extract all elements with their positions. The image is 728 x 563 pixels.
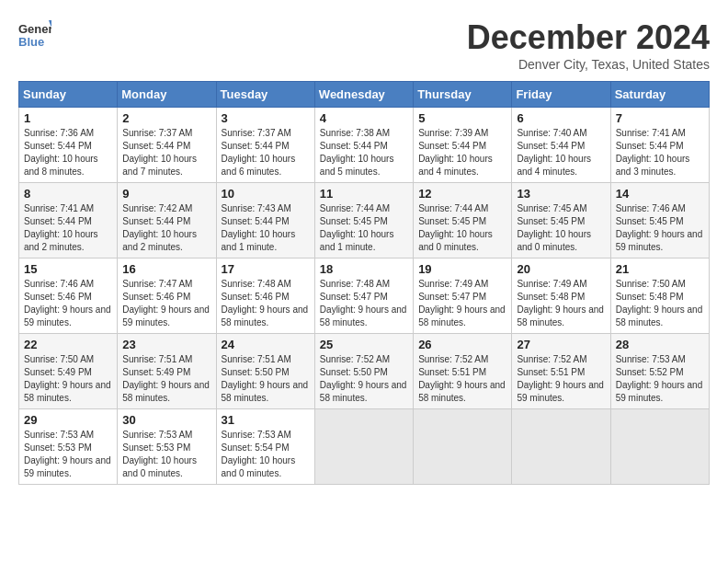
day-cell-22: 22 Sunrise: 7:50 AMSunset: 5:49 PMDaylig…	[19, 334, 118, 409]
day-info: Sunrise: 7:53 AMSunset: 5:54 PMDaylight:…	[222, 430, 296, 478]
header-cell-monday: Monday	[118, 82, 216, 108]
week-row-2: 8 Sunrise: 7:41 AMSunset: 5:44 PMDayligh…	[19, 183, 710, 259]
day-info: Sunrise: 7:50 AMSunset: 5:48 PMDaylight:…	[616, 279, 703, 327]
header-cell-tuesday: Tuesday	[216, 82, 314, 108]
day-number: 15	[24, 262, 112, 276]
day-number: 5	[418, 111, 506, 125]
header-cell-thursday: Thursday	[414, 82, 512, 108]
day-info: Sunrise: 7:49 AMSunset: 5:48 PMDaylight:…	[517, 279, 604, 327]
week-row-5: 29 Sunrise: 7:53 AMSunset: 5:53 PMDaylig…	[19, 409, 710, 485]
day-info: Sunrise: 7:46 AMSunset: 5:46 PMDaylight:…	[24, 279, 111, 327]
day-cell-16: 16 Sunrise: 7:47 AMSunset: 5:46 PMDaylig…	[118, 259, 216, 334]
day-number: 7	[616, 111, 704, 125]
day-info: Sunrise: 7:48 AMSunset: 5:46 PMDaylight:…	[222, 279, 309, 327]
day-number: 3	[222, 111, 310, 125]
day-number: 21	[616, 262, 704, 276]
day-number: 4	[320, 111, 408, 125]
day-info: Sunrise: 7:52 AMSunset: 5:50 PMDaylight:…	[320, 354, 407, 403]
day-info: Sunrise: 7:48 AMSunset: 5:47 PMDaylight:…	[320, 279, 407, 327]
page-container: General Blue December 2024 Denver City, …	[18, 18, 710, 485]
title-area: December 2024 Denver City, Texas, United…	[467, 18, 710, 72]
day-cell-19: 19 Sunrise: 7:49 AMSunset: 5:47 PMDaylig…	[414, 259, 512, 334]
empty-cell	[414, 409, 512, 485]
day-cell-17: 17 Sunrise: 7:48 AMSunset: 5:46 PMDaylig…	[216, 259, 314, 334]
day-cell-3: 3 Sunrise: 7:37 AMSunset: 5:44 PMDayligh…	[216, 108, 314, 183]
day-info: Sunrise: 7:37 AMSunset: 5:44 PMDaylight:…	[222, 128, 296, 177]
day-number: 20	[517, 262, 605, 276]
day-info: Sunrise: 7:53 AMSunset: 5:53 PMDaylight:…	[24, 430, 111, 478]
day-info: Sunrise: 7:47 AMSunset: 5:46 PMDaylight:…	[122, 279, 210, 327]
day-number: 25	[320, 338, 408, 351]
day-cell-5: 5 Sunrise: 7:39 AMSunset: 5:44 PMDayligh…	[414, 108, 512, 183]
day-info: Sunrise: 7:50 AMSunset: 5:49 PMDaylight:…	[24, 354, 111, 403]
day-number: 6	[517, 111, 605, 125]
day-info: Sunrise: 7:53 AMSunset: 5:52 PMDaylight:…	[616, 354, 703, 403]
day-info: Sunrise: 7:49 AMSunset: 5:47 PMDaylight:…	[418, 279, 506, 327]
day-cell-25: 25 Sunrise: 7:52 AMSunset: 5:50 PMDaylig…	[314, 334, 413, 409]
day-number: 9	[122, 187, 210, 201]
day-info: Sunrise: 7:43 AMSunset: 5:44 PMDaylight:…	[222, 203, 296, 252]
header-cell-sunday: Sunday	[19, 82, 118, 108]
day-info: Sunrise: 7:51 AMSunset: 5:49 PMDaylight:…	[122, 354, 210, 403]
empty-cell	[610, 409, 709, 485]
day-cell-21: 21 Sunrise: 7:50 AMSunset: 5:48 PMDaylig…	[610, 259, 709, 334]
day-number: 23	[122, 338, 210, 351]
day-info: Sunrise: 7:42 AMSunset: 5:44 PMDaylight:…	[122, 203, 197, 252]
day-cell-7: 7 Sunrise: 7:41 AMSunset: 5:44 PMDayligh…	[610, 108, 709, 183]
day-number: 1	[24, 111, 112, 125]
day-number: 10	[222, 187, 310, 201]
day-cell-29: 29 Sunrise: 7:53 AMSunset: 5:53 PMDaylig…	[19, 409, 118, 485]
week-row-4: 22 Sunrise: 7:50 AMSunset: 5:49 PMDaylig…	[19, 334, 710, 409]
empty-cell	[512, 409, 610, 485]
day-info: Sunrise: 7:39 AMSunset: 5:44 PMDaylight:…	[418, 128, 493, 177]
day-cell-14: 14 Sunrise: 7:46 AMSunset: 5:45 PMDaylig…	[610, 183, 709, 259]
location: Denver City, Texas, United States	[467, 57, 710, 72]
day-number: 8	[24, 187, 112, 201]
day-cell-12: 12 Sunrise: 7:44 AMSunset: 5:45 PMDaylig…	[414, 183, 512, 259]
day-number: 11	[320, 187, 408, 201]
day-number: 19	[418, 262, 506, 276]
header-cell-saturday: Saturday	[610, 82, 709, 108]
week-row-3: 15 Sunrise: 7:46 AMSunset: 5:46 PMDaylig…	[19, 259, 710, 334]
day-info: Sunrise: 7:40 AMSunset: 5:44 PMDaylight:…	[517, 128, 591, 177]
day-cell-20: 20 Sunrise: 7:49 AMSunset: 5:48 PMDaylig…	[512, 259, 610, 334]
day-cell-27: 27 Sunrise: 7:52 AMSunset: 5:51 PMDaylig…	[512, 334, 610, 409]
day-number: 12	[418, 187, 506, 201]
month-title: December 2024	[467, 18, 710, 57]
day-info: Sunrise: 7:46 AMSunset: 5:45 PMDaylight:…	[616, 203, 703, 252]
header-cell-wednesday: Wednesday	[314, 82, 413, 108]
day-number: 2	[122, 111, 210, 125]
day-cell-28: 28 Sunrise: 7:53 AMSunset: 5:52 PMDaylig…	[610, 334, 709, 409]
day-cell-1: 1 Sunrise: 7:36 AMSunset: 5:44 PMDayligh…	[19, 108, 118, 183]
day-cell-9: 9 Sunrise: 7:42 AMSunset: 5:44 PMDayligh…	[118, 183, 216, 259]
day-cell-24: 24 Sunrise: 7:51 AMSunset: 5:50 PMDaylig…	[216, 334, 314, 409]
day-cell-6: 6 Sunrise: 7:40 AMSunset: 5:44 PMDayligh…	[512, 108, 610, 183]
logo-svg: General Blue	[18, 18, 51, 52]
day-info: Sunrise: 7:41 AMSunset: 5:44 PMDaylight:…	[616, 128, 690, 177]
day-info: Sunrise: 7:44 AMSunset: 5:45 PMDaylight:…	[418, 203, 493, 252]
header-row: SundayMondayTuesdayWednesdayThursdayFrid…	[19, 82, 710, 108]
day-info: Sunrise: 7:52 AMSunset: 5:51 PMDaylight:…	[517, 354, 604, 403]
day-info: Sunrise: 7:38 AMSunset: 5:44 PMDaylight:…	[320, 128, 394, 177]
header: General Blue December 2024 Denver City, …	[18, 18, 710, 72]
day-cell-31: 31 Sunrise: 7:53 AMSunset: 5:54 PMDaylig…	[216, 409, 314, 485]
day-number: 13	[517, 187, 605, 201]
day-number: 24	[222, 338, 310, 351]
day-info: Sunrise: 7:41 AMSunset: 5:44 PMDaylight:…	[24, 203, 98, 252]
day-cell-26: 26 Sunrise: 7:52 AMSunset: 5:51 PMDaylig…	[414, 334, 512, 409]
day-cell-4: 4 Sunrise: 7:38 AMSunset: 5:44 PMDayligh…	[314, 108, 413, 183]
day-number: 29	[24, 413, 112, 427]
svg-text:General: General	[18, 22, 51, 36]
day-number: 17	[222, 262, 310, 276]
day-number: 27	[517, 338, 605, 351]
day-info: Sunrise: 7:52 AMSunset: 5:51 PMDaylight:…	[418, 354, 506, 403]
header-cell-friday: Friday	[512, 82, 610, 108]
day-info: Sunrise: 7:53 AMSunset: 5:53 PMDaylight:…	[122, 430, 197, 478]
empty-cell	[314, 409, 413, 485]
day-info: Sunrise: 7:36 AMSunset: 5:44 PMDaylight:…	[24, 128, 98, 177]
day-number: 22	[24, 338, 112, 351]
day-info: Sunrise: 7:51 AMSunset: 5:50 PMDaylight:…	[222, 354, 309, 403]
day-number: 16	[122, 262, 210, 276]
day-info: Sunrise: 7:45 AMSunset: 5:45 PMDaylight:…	[517, 203, 591, 252]
day-cell-15: 15 Sunrise: 7:46 AMSunset: 5:46 PMDaylig…	[19, 259, 118, 334]
